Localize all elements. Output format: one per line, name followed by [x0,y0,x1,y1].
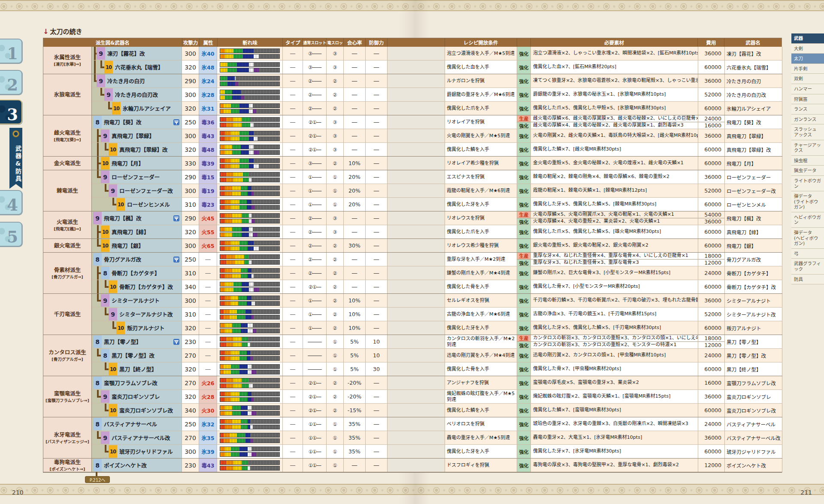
affinity-value: 20% [344,170,366,184]
rampage-slot-value: ② [327,266,344,280]
slots-value: ②①― [303,376,327,389]
table-row: 冷たき月の白刃9290氷24―②――②――ルナガロンを狩猟強化凍てつく狼重牙×2… [92,74,782,88]
cost-cell: 1800012000 [698,253,725,266]
materials-text: 熾妃蜘蛛の眩灯腹×2、蛮顎竜の天鱗×1、[蛮顎竜MR素材15pts] [531,390,698,403]
upgrade-badge: 強化 [517,198,530,211]
weapon-name-area: 蛮顎刀フラムソブレ改 [102,376,182,389]
materials-cell: 泡立つ濃滑液×2、しゃっこい重氷塊×2、瞬間凍結袋×2、[鉱石MR素材10pts… [531,47,698,60]
sharpness-ticks [220,302,279,305]
affinity-value: ― [344,211,366,225]
image-placeholder-cell [388,129,445,142]
produce-badge: 生産 [517,253,530,259]
attack-value: 330 [182,157,199,170]
sidebar-item: 武器 [791,33,824,44]
defense-value: ― [366,170,388,184]
derivation-tree-cell: シミターアルナジト9 [92,294,182,307]
table-row: ローゼンフェーダー9290毒15―①――①20%―エスピナスを狩猟強化棘竜の靭尾… [92,170,782,184]
derivation-group-label: 千刃竜派生 [43,294,92,335]
type-value: ― [283,170,303,184]
sidebar-item: 猟虫データ [791,166,824,176]
column-header-affinity: 会心率 [343,38,365,47]
materials-text: 泡立つ濃滑液×2、しゃっこい重氷塊×2、瞬間凍結袋×2、[鉱石MR素材10pts… [531,47,698,60]
upgrade-badge: 強化 [517,280,530,293]
produce-badge: 生産 [517,211,530,218]
derivation-tree-cell: シミターアルナジト改9 [92,308,182,321]
left-tab-number: 5 [7,229,18,245]
upgrade-badge: 強化 [517,321,530,335]
affinity-value: ― [344,266,366,280]
rampage-slot-value: ② [327,376,344,389]
sharpness-bar-max [220,191,280,196]
sharpness-cell [217,321,283,335]
defense-value: ― [366,294,388,307]
sharpness-cell [217,431,283,444]
sidebar-item: チャージアックス [791,140,824,156]
weapon-name-area: シミターアルナジト [109,294,182,307]
materials-cell: 古龍の浄血×3、千刃竜の鏡玉×1、[千刃竜MR素材15pts] [531,308,698,321]
rampage-slot-value: ① [327,184,344,197]
materials-cell: 棘竜の靭尾×2、棘竜の剛角×4、棘竜の厚鱗×6、棘竜の重殻×2 [531,170,698,184]
weapon-name-right: 冷たき月の白刃改 [725,88,782,101]
table-row: 黒刀【終ノ型】10320―――――①5%30傀異化した骨を入手強化傀異化した骨×… [92,362,782,376]
materials-text: 火竜の厚鱗×5、火竜の剛翼爪×3、火竜の靭尾×1、火竜の天鱗×1 [531,211,698,218]
rampage-slot-value: ① [327,335,344,348]
sharpness-ticks [220,323,279,327]
sharpness-ticks [220,274,279,278]
weapon-name-right: 骨断刀【カゲタチ】改 [725,280,782,293]
weapon-name: 骨断刀【カゲタチ】 [109,269,160,277]
weapon-name-right: 骨断刀【カゲタチ】 [725,266,782,280]
table-row: 氷輪刀ルアシェイア10320氷31―②――②――傀異化した爪を入手強化傀異化した… [92,102,782,115]
column-header-upgrade [517,38,530,47]
weapon-name: 凍刃【霧花】改 [105,49,145,57]
type-value: ― [283,431,303,444]
slots-value: ①―― [303,294,327,307]
upgrade-badge: 強化 [517,218,530,225]
upgrade-badge: 強化 [517,445,530,458]
materials-cell: 傀異化した骨×7、[甲虫種MR素材20pts] [531,362,698,376]
rarity-badge: 8 [93,459,102,471]
image-placeholder-cell [388,335,445,348]
affinity-value: ― [344,225,366,238]
sharpness-cell [217,390,283,403]
cost-value: 24000 [698,349,724,362]
sharpness-bar-base [220,117,280,122]
image-placeholder-cell [388,253,445,266]
cost-value: 60000 [698,198,724,211]
sharpness-bar-max [220,383,280,388]
materials-cell: 金火竜の重殻×5、金火竜の秘棘×2、火竜の煌液×1、雌火竜の天鱗×1 [531,157,698,170]
slots-value: ②―― [303,74,327,88]
rampage-slot-value: ① [327,417,344,431]
column-header-weapon-name: 武器名 [724,38,782,47]
weapon-name-right: 真飛竜刀【翠緑】 [725,129,782,142]
affinity-value: ― [344,60,366,74]
weapon-name-right: 骨刀グアルガ改 [725,253,782,266]
upgrade-cell: 強化 [517,239,531,252]
image-placeholder-cell [388,170,445,184]
group-name: 雌火竜派生 [54,130,81,136]
sidebar-item: 弓 [791,249,824,259]
cost-value: 60000 [698,404,724,417]
group-name: 火竜派生 [57,219,78,225]
cost-cell: 24000 [698,266,725,280]
table-row: 骨断刀【カゲタチ】改10340――②①―②――傀異化した骨を入手強化傀異化した骨… [92,280,782,294]
sharpness-bar-base [220,433,280,438]
page-number-right: 211 [800,489,812,496]
sharpness-bar-max [220,68,280,72]
weapon-name: 飛竜刀【楓】改 [102,214,142,222]
materials-text: 火竜の剛翼×2、雌火竜の天鱗×1、毒妖鳥の特大喉袋×2、[雌火竜MR素材10pt… [531,129,698,142]
attack-value: 320 [182,362,199,376]
attack-value: 300 [182,88,199,101]
materials-cell: 火竜の厚鱗×5、火竜の剛翼爪×3、火竜の靭尾×1、火竜の天鱗×1火竜の厚鱗×4、… [531,211,698,225]
sharpness-ticks [220,151,279,154]
image-placeholder-cell [388,60,445,74]
defense-value: ― [366,198,388,211]
slots-value: ――― [303,349,327,362]
sharpness-ticks [220,118,279,121]
defense-value: ― [366,376,388,389]
cost-cell: 36000 [698,74,725,88]
left-tab-4: 4 [0,190,22,215]
table-row: シミターアルナジト9300――①――②10%―セルレギオスを狩猟強化千刃竜の斬刃… [92,294,782,308]
weapon-name-area: 黒刀【零ノ型】 [102,335,182,348]
rampage-slot-value: ② [327,294,344,307]
weapon-name-right: 黒刀【終ノ型】 [725,362,782,376]
